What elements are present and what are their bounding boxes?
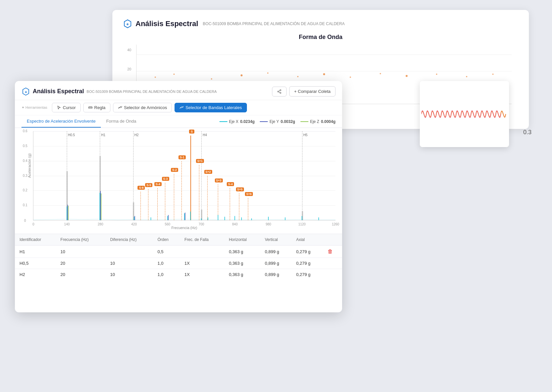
legend-ejez-value: 0.0004g [321,119,335,124]
armonicos-tool[interactable]: Selector de Armónicos [113,103,172,112]
row2-orden: 1,0 [153,258,180,269]
row1-axial: 0,279 g [292,246,323,258]
row3-action [323,269,342,280]
bg-title: Análisis Espectral [136,20,198,28]
svg-point-7 [297,76,298,77]
ytick-04-label: 0.4 [23,159,27,163]
row2-vert: 0,899 g [260,258,292,269]
y-axis-label: Aceleración (g) [27,153,31,178]
legend-ejey-value: 0.0032g [281,119,295,124]
regla-label: Regla [94,105,105,110]
waveform-thumbnail [420,81,509,147]
row1-action[interactable]: 🗑 [323,246,342,258]
hex-icon-main: ◈ [21,87,30,96]
bg-subtitle: BOC-501009 BOMBA PRINCIPAL DE ALIMENTACI… [203,21,345,26]
row1-id: H1 [15,246,56,258]
legend-ejez-line [300,121,308,122]
row3-falla: 1X [180,269,224,280]
bandas-tool[interactable]: Selector de Bandas Laterales [175,103,247,112]
row1-falla [180,246,224,258]
table-header-row: Identificador Frecuencia (Hz) Diferencia… [15,234,342,246]
armonicos-icon [118,105,122,110]
data-table: Identificador Frecuencia (Hz) Diferencia… [15,234,342,280]
table-row: H0,5 20 10 1,0 1X 0,363 g 0,899 g 0,279 … [15,258,342,269]
xtick-560: 560 [165,222,170,226]
share-icon [277,89,282,94]
svg-point-8 [323,73,325,75]
regla-icon [88,105,93,110]
legend-ejez: Eje Z 0.0004g [300,119,335,124]
row3-diff: 10 [105,269,153,280]
chart-wrapper: Aceleración (g) 0.6 0.5 0.4 0.3 0.2 [33,131,335,220]
svg-point-6 [267,72,268,74]
bg-y-20: 20 [127,67,131,71]
tab-onda-label: Forma de Onda [106,119,136,124]
th-axial: Axial [292,234,323,246]
legend-ejey: Eje Y 0.0032g [260,119,295,124]
row3-id: H2 [15,269,56,280]
regla-tool[interactable]: Regla [83,103,110,112]
th-vert: Vertical [260,234,292,246]
svg-text:◈: ◈ [25,90,27,94]
row2-action [323,258,342,269]
compare-button-label: + Comparar Coleta [294,89,331,94]
row3-freq: 20 [56,269,105,280]
legend-ejez-label: Eje Z [310,119,319,124]
tab-espectro[interactable]: Espectro de Aceleración Envolvente [21,115,101,128]
hex-icon-bg: ◈ [123,19,132,28]
svg-point-19 [278,91,279,92]
svg-point-14 [492,74,493,75]
cursor-tool[interactable]: Cursor [52,103,81,112]
x-axis-label: Frecuencia (Hz) [171,226,197,230]
row2-falla: 1X [180,258,224,269]
table-section: Identificador Frecuencia (Hz) Diferencia… [15,234,342,280]
svg-point-9 [350,76,351,78]
ytick-03-label: 0.3 [23,174,27,177]
row3-vert: 0,899 g [260,269,292,280]
toolbar: ✦ Herramientas Cursor Regla Selector de … [15,100,342,115]
bandas-icon [179,105,184,110]
toolbar-label: ✦ Herramientas [21,105,47,110]
bandas-label: Selector de Bandas Laterales [185,105,242,110]
svg-point-11 [406,75,408,77]
svg-point-4 [211,78,212,80]
legend-ejex-label: Eje X [229,119,239,124]
xtick-140: 140 [64,222,70,226]
row3-axial: 0,279 g [292,269,323,280]
tab-espectro-label: Espectro de Aceleración Envolvente [27,119,96,124]
svg-point-3 [174,74,175,75]
svg-point-2 [155,76,156,78]
tabs-row: Espectro de Aceleración Envolvente Forma… [15,115,342,128]
compare-button[interactable]: + Comparar Coleta [289,86,335,97]
row3-orden: 1,0 [153,269,180,280]
spectrum-svg [33,131,335,220]
main-card: ◈ Análisis Espectral BOC-501009 BOMBA PR… [15,81,342,312]
card-title: Análisis Espectral [33,88,84,95]
ytick-01-label: 0.1 [23,203,27,207]
svg-point-10 [380,73,381,74]
row2-id: H0,5 [15,258,56,269]
svg-point-20 [280,92,281,94]
delete-row1-btn[interactable]: 🗑 [328,249,333,254]
bg-y-40: 40 [127,48,131,52]
xtick-700: 700 [199,222,204,226]
table-header: Identificador Frecuencia (Hz) Diferencia… [15,234,342,246]
legend-ejex-value: 0.0234g [240,119,255,124]
legend-ejey-line [260,121,268,122]
legend-row: Eje X 0.0234g Eje Y 0.0032g Eje Z 0.0004… [219,119,335,124]
svg-point-5 [241,74,243,76]
xtick-0: 0 [32,222,34,226]
ytick-02-label: 0.2 [23,188,27,192]
ytick-06-label: 0.6 [23,129,27,133]
th-id: Identificador [15,234,56,246]
th-horiz: Horizontal [224,234,260,246]
share-button[interactable] [272,87,287,97]
tab-onda[interactable]: Forma de Onda [101,115,141,128]
th-orden: Órden [153,234,180,246]
svg-point-13 [466,76,467,77]
legend-ejey-label: Eje Y [269,119,279,124]
row1-horiz: 0,363 g [224,246,260,258]
row3-horiz: 0,363 g [224,269,260,280]
xtick-1120: 1120 [298,222,305,226]
bg-card-header: ◈ Análisis Espectral BOC-501009 BOMBA PR… [123,19,518,28]
